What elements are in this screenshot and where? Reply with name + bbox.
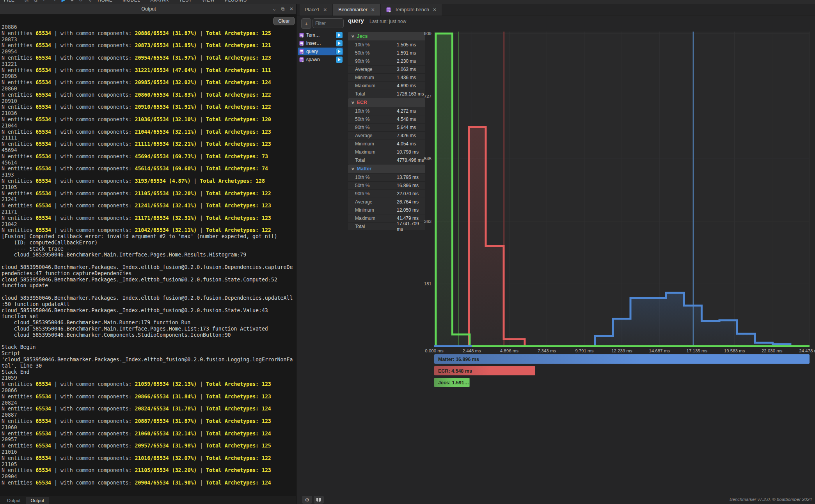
log-line: 20860 [2, 86, 296, 92]
stats-section-jecs[interactable]: ∨Jecs [348, 32, 425, 41]
stat-label: Minimum [348, 206, 393, 214]
stats-row: Maximum10.798 ms [348, 148, 425, 156]
close-icon[interactable]: ✕ [433, 7, 437, 12]
stat-value: 22.070 ms [393, 190, 425, 198]
log-line: 21105 [2, 462, 296, 468]
stat-value: 1.436 ms [393, 74, 425, 81]
histogram-chart: 1813635457279090.000 ms2.448 ms4.896 ms7… [423, 29, 815, 392]
stat-label: 10th % [348, 107, 393, 115]
menu-file[interactable]: FILE [4, 0, 14, 3]
benchmark-item-inser[interactable]: inser… [298, 39, 343, 47]
add-benchmark-button[interactable]: + [301, 18, 311, 29]
menu-avatar[interactable]: AVATAR [150, 0, 169, 3]
play-icon[interactable]: ▶ [62, 0, 65, 3]
tab-template-bench[interactable]: Template.bench✕ [381, 4, 442, 16]
stats-row: 10th %4.272 ms [348, 107, 425, 115]
benchmark-item-query[interactable]: query [298, 48, 343, 55]
paste-icon[interactable]: ⎘ [25, 0, 28, 3]
stat-label: Maximum [348, 82, 393, 90]
log-line: 20957 [2, 437, 296, 443]
error-line: function update [2, 283, 296, 289]
stats-section-ecr[interactable]: ∨ECR [348, 98, 425, 107]
run-benchmark-button[interactable] [336, 40, 343, 46]
stats-row: Total4778.496 ms [348, 156, 425, 164]
stat-label: Total [348, 156, 393, 164]
chevron-down-icon[interactable]: ⌄ [270, 6, 279, 12]
output-tab[interactable]: Output [2, 497, 25, 504]
tab-place1[interactable]: Place1✕ [300, 4, 332, 16]
output-panel: Output ⌄ ⧉ ✕ Clear 20886N entities 65534… [0, 4, 297, 504]
filter-input[interactable] [313, 18, 344, 28]
error-line: cloud_5853950046.Benchmarker.Packages._I… [2, 308, 296, 314]
log-line: 45694 [2, 147, 296, 154]
log-line: 21042 [2, 221, 296, 228]
log-line: 20873 [2, 37, 296, 43]
stats-row: Minimum4.054 ms [348, 140, 425, 148]
run-benchmark-button[interactable] [336, 57, 343, 63]
tab-label: Place1 [305, 7, 320, 12]
book-icon [316, 497, 321, 502]
gear-icon: ⚙ [305, 497, 309, 503]
stats-tables: ∨Jecs10th %1.505 ms50th %1.591 ms90th %2… [348, 32, 425, 231]
log-line: N entities 65534 | with common component… [2, 191, 296, 197]
undo-icon[interactable]: ↶ [43, 0, 47, 3]
stats-row: Total17741.709 ms [348, 223, 425, 231]
log-line: N entities 65534 | with common component… [2, 215, 296, 221]
stats-section-matter[interactable]: ∨Matter [348, 164, 425, 173]
popout-icon[interactable]: ⧉ [279, 6, 287, 12]
stat-label: Total [348, 223, 393, 230]
error-line: 'cloud_5853950046.Benchmarker.Packages._… [2, 357, 296, 363]
menu-model[interactable]: MODEL [123, 0, 140, 3]
settings-button[interactable]: ⚙ [302, 496, 312, 504]
legend-label: Matter: 16.896 ms [438, 357, 479, 362]
script-icon [299, 41, 304, 46]
chevron-down-icon[interactable]: ⌄ [88, 0, 92, 3]
stat-label: 50th % [348, 182, 393, 189]
error-line [2, 338, 296, 345]
close-icon[interactable]: ✕ [323, 7, 327, 12]
stat-label: Maximum [348, 214, 393, 222]
legend-bar-matter [434, 354, 810, 364]
log-line: N entities 65534 | with common component… [2, 418, 296, 424]
benchmark-item-label: inser… [306, 41, 321, 46]
redo-icon[interactable]: ↷ [52, 0, 56, 3]
stat-value: 3.063 ms [393, 65, 425, 73]
stat-value: 26.764 ms [393, 198, 425, 206]
menu-test[interactable]: TEST [179, 0, 192, 3]
copy-icon[interactable]: ⧉ [34, 0, 37, 3]
benchmark-item-Tem[interactable]: Tem… [298, 31, 343, 39]
y-tick-label: 727 [424, 94, 431, 99]
tab-label: Template.bench [395, 7, 429, 12]
error-line [2, 289, 296, 295]
log-line: 20954 [2, 49, 296, 55]
close-icon[interactable]: ✕ [287, 6, 296, 12]
close-icon[interactable]: ✕ [371, 7, 375, 12]
docs-button[interactable] [314, 496, 324, 504]
play-icon [338, 58, 341, 61]
stat-label: 90th % [348, 190, 393, 198]
clear-output-button[interactable]: Clear [273, 17, 295, 25]
benchmark-item-spawn[interactable]: spawn [298, 56, 343, 64]
menu-view[interactable]: VIEW [202, 0, 215, 3]
log-line: N entities 65534 | with common component… [2, 467, 296, 474]
stat-label: Average [348, 198, 393, 206]
script-icon [299, 33, 304, 38]
output-console[interactable]: 20886N entities 65534 | with common comp… [0, 14, 296, 496]
tab-benchmarker[interactable]: Benchmarker✕ [333, 4, 380, 16]
output-tab[interactable]: Output [26, 497, 49, 504]
script-icon [299, 49, 304, 54]
error-line: cloud_5853950046.Benchmarker.Main.Interf… [2, 326, 296, 332]
log-line: N entities 65534 | with common component… [2, 30, 296, 37]
right-panel: Place1✕Benchmarker✕Template.bench✕ + Tem… [297, 4, 815, 504]
stats-row: Average3.063 ms [348, 65, 425, 74]
run-benchmark-button[interactable] [336, 32, 343, 38]
menu-plugins[interactable]: PLUGINS [225, 0, 247, 3]
reset-icon[interactable]: ↺ [79, 0, 83, 3]
stat-label: Total [348, 90, 393, 98]
log-line: 3193 [2, 172, 296, 178]
stats-row: Minimum1.436 ms [348, 74, 425, 82]
stat-label: 50th % [348, 49, 393, 57]
stop-icon[interactable]: ■ [71, 0, 73, 3]
run-benchmark-button[interactable] [336, 48, 343, 55]
menu-home[interactable]: HOME [98, 0, 112, 3]
